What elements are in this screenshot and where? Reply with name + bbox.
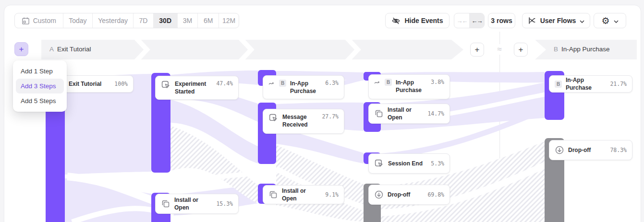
date-range-control: Custom Today Yesterday 7D 30D 3M 6M 12M	[14, 13, 239, 28]
flow-node-in-app-purchase-21[interactable]: B In-App Purchase 21.7%	[549, 75, 632, 93]
drop-off-icon	[555, 145, 564, 155]
chevron-down-icon	[614, 17, 619, 24]
flow-jump-icon	[268, 80, 275, 86]
node-label: Drop-off	[568, 146, 591, 154]
node-label: In-App Purchase	[396, 79, 423, 94]
flow-node-install-or-open-14[interactable]: Install or Open 14.7%	[368, 104, 450, 124]
node-label: Exit Tutorial	[69, 80, 101, 88]
user-flows-report: Custom Today Yesterday 7D 30D 3M 6M 12M …	[0, 0, 644, 222]
date-range-today[interactable]: Today	[63, 13, 93, 28]
hide-events-label: Hide Events	[404, 17, 443, 24]
chevron-down-icon	[580, 17, 584, 24]
view-selector-label: User Flows	[540, 17, 576, 24]
flow-node-session-end[interactable]: Session End 5.3%	[368, 153, 450, 174]
node-percent: 15.3%	[216, 200, 233, 207]
node-label: Message Received	[282, 113, 314, 129]
flow-node-drop-off-69[interactable]: Drop-off 69.8%	[368, 185, 450, 205]
node-label: Install or Open	[282, 187, 321, 202]
node-label: Experiment Started	[175, 80, 209, 95]
rows-label: 3 rows	[491, 17, 512, 24]
calendar-icon	[22, 17, 30, 25]
collapse-columns-button[interactable]: →←	[454, 13, 469, 28]
flow-node-install-or-open-9[interactable]: Install or Open 9.1%	[263, 185, 344, 204]
event-b-badge: B	[279, 80, 286, 87]
date-range-yesterday[interactable]: Yesterday	[93, 13, 134, 28]
cursor-click-icon	[268, 113, 279, 123]
view-selector-button[interactable]: User Flows	[522, 13, 590, 28]
plus-icon: +	[519, 45, 523, 55]
date-range-custom[interactable]: Custom	[15, 13, 63, 28]
node-percent: 5.3%	[431, 160, 444, 167]
node-percent: 100%	[114, 81, 128, 87]
flow-node-experiment-started[interactable]: Experiment Started 47.4%	[155, 76, 239, 100]
cursor-click-icon	[374, 159, 384, 169]
node-percent: 27.7%	[322, 113, 339, 120]
add-step-menu: Add 1 Step Add 3 Steps Add 5 Steps	[13, 60, 67, 112]
rows-button[interactable]: 3 rows	[488, 13, 515, 28]
settings-button[interactable]: ⚙	[594, 13, 626, 28]
node-percent: 3.8%	[431, 79, 444, 85]
date-range-12m[interactable]: 12M	[219, 13, 239, 28]
event-b-badge: B	[385, 79, 392, 86]
node-percent: 6.3%	[325, 80, 339, 86]
node-percent: 21.7%	[610, 81, 627, 87]
node-label: Install or Open	[174, 196, 212, 211]
windows-icon	[268, 190, 278, 199]
flow-node-in-app-purchase-6[interactable]: B In-App Purchase 6.3%	[263, 75, 344, 99]
node-percent: 78.3%	[610, 147, 627, 153]
step-a-title: AExit Tutorial	[49, 46, 91, 53]
windows-icon	[161, 199, 170, 209]
date-range-3m[interactable]: 3M	[178, 13, 198, 28]
eye-off-icon	[391, 16, 401, 25]
node-label: In-App Purchase	[290, 80, 317, 95]
node-percent: 14.7%	[427, 110, 444, 117]
flow-jump-icon	[374, 79, 381, 85]
add-step-before-b-button[interactable]: +	[514, 43, 528, 57]
date-range-label: Custom	[33, 17, 56, 24]
menu-item-add-1-step[interactable]: Add 1 Step	[16, 64, 64, 79]
flow-node-message-received[interactable]: Message Received 27.7%	[263, 109, 344, 134]
expand-columns-button[interactable]: ←→	[469, 13, 484, 28]
drop-off-icon	[374, 190, 384, 199]
step-b-title: BIn-App Purchase	[554, 46, 610, 53]
gap-indicator-icon: ≈	[494, 44, 505, 55]
node-percent: 47.4%	[216, 80, 233, 87]
flow-node-in-app-purchase-3[interactable]: B In-App Purchase 3.8%	[368, 74, 450, 99]
node-label: Drop-off	[388, 191, 410, 199]
expand-collapse-control: →← ←→	[454, 13, 485, 28]
flow-node-drop-off-78[interactable]: Drop-off 78.3%	[549, 140, 632, 160]
node-label: In-App Purchase	[566, 76, 606, 92]
flow-node-exit-tutorial[interactable]: Exit Tutorial 100%	[61, 75, 134, 93]
date-range-6m[interactable]: 6M	[198, 13, 219, 28]
menu-item-add-3-steps[interactable]: Add 3 Steps	[16, 79, 64, 93]
node-label: Session End	[388, 160, 423, 167]
date-range-30d[interactable]: 30D	[154, 13, 178, 28]
menu-item-add-5-steps[interactable]: Add 5 Steps	[16, 93, 64, 108]
node-percent: 69.8%	[427, 191, 444, 198]
plus-icon: +	[19, 45, 24, 54]
windows-icon	[374, 109, 384, 118]
add-step-after-a-button[interactable]: +	[470, 43, 484, 57]
gear-icon: ⚙	[601, 16, 609, 25]
add-step-before-button[interactable]: +	[14, 42, 28, 56]
flows-chart-icon	[528, 16, 536, 25]
node-percent: 9.1%	[325, 191, 339, 198]
node-label: Install or Open	[388, 106, 424, 121]
plus-icon: +	[475, 45, 480, 55]
cursor-click-icon	[161, 80, 171, 90]
date-range-7d[interactable]: 7D	[134, 13, 154, 28]
flow-node-install-or-open-15[interactable]: Install or Open 15.3%	[155, 194, 239, 214]
event-b-badge: B	[555, 81, 562, 88]
hide-events-button[interactable]: Hide Events	[385, 13, 450, 28]
